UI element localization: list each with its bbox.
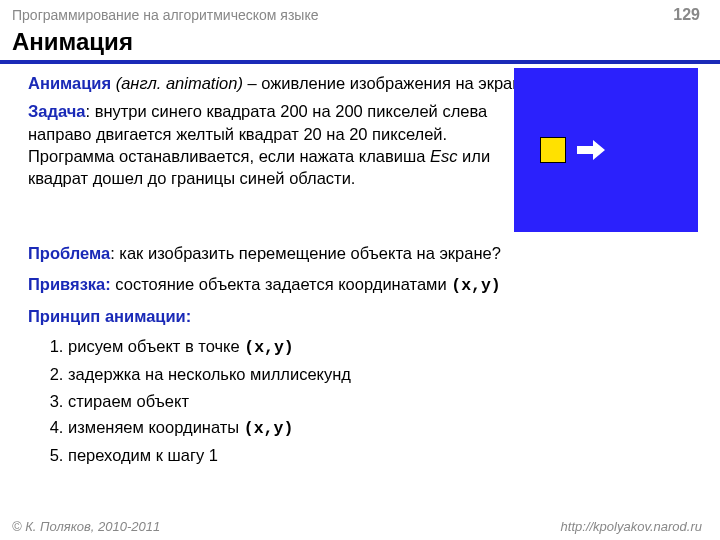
illustration (514, 68, 698, 232)
task-label: Задача (28, 102, 86, 120)
steps-list: рисуем объект в точке (x,y) задержка на … (28, 335, 698, 466)
step4-coords: (x,y) (244, 419, 294, 438)
def-etym: (англ. animation) (116, 74, 243, 92)
task-text: : внутри синего квадрата 200 на 200 пикс… (28, 102, 487, 165)
url: http://kpolyakov.narod.ru (561, 519, 702, 534)
def-rest: – оживление изображения на экране. (243, 74, 535, 92)
yellow-square-icon (540, 137, 566, 163)
binding-coords: (x,y) (451, 276, 501, 295)
course-label: Программирование на алгоритмическом язык… (12, 7, 318, 23)
copyright: © К. Поляков, 2010-2011 (12, 519, 160, 534)
task-key: Esc (430, 147, 458, 165)
step1-text: рисуем объект в точке (68, 337, 244, 355)
binding-line: Привязка: состояние объекта задается коо… (28, 273, 698, 297)
principle-label: Принцип анимации: (28, 305, 698, 327)
binding-label: Привязка: (28, 275, 111, 293)
binding-text: состояние объекта задается координатами (111, 275, 451, 293)
step-5: переходим к шагу 1 (68, 444, 698, 466)
footer: © К. Поляков, 2010-2011 http://kpolyakov… (0, 519, 720, 534)
step-1: рисуем объект в точке (x,y) (68, 335, 698, 359)
def-term: Анимация (28, 74, 111, 92)
step4-text: изменяем координаты (68, 418, 244, 436)
step-3: стираем объект (68, 390, 698, 412)
task-block: Задача: внутри синего квадрата 200 на 20… (28, 100, 498, 189)
problem-line: Проблема: как изобразить перемещение объ… (28, 242, 698, 264)
problem-label: Проблема (28, 244, 110, 262)
header-bar: Программирование на алгоритмическом язык… (0, 0, 720, 26)
arrow-right-icon (576, 138, 606, 162)
step-4: изменяем координаты (x,y) (68, 416, 698, 440)
content: Анимация (англ. animation) – оживление и… (0, 72, 720, 466)
principle-title: Принцип анимации: (28, 307, 191, 325)
page-number: 129 (673, 6, 700, 24)
page-title: Анимация (0, 26, 720, 64)
step1-coords: (x,y) (244, 338, 294, 357)
step-2: задержка на несколько миллисекунд (68, 363, 698, 385)
problem-text: : как изобразить перемещение объекта на … (110, 244, 501, 262)
